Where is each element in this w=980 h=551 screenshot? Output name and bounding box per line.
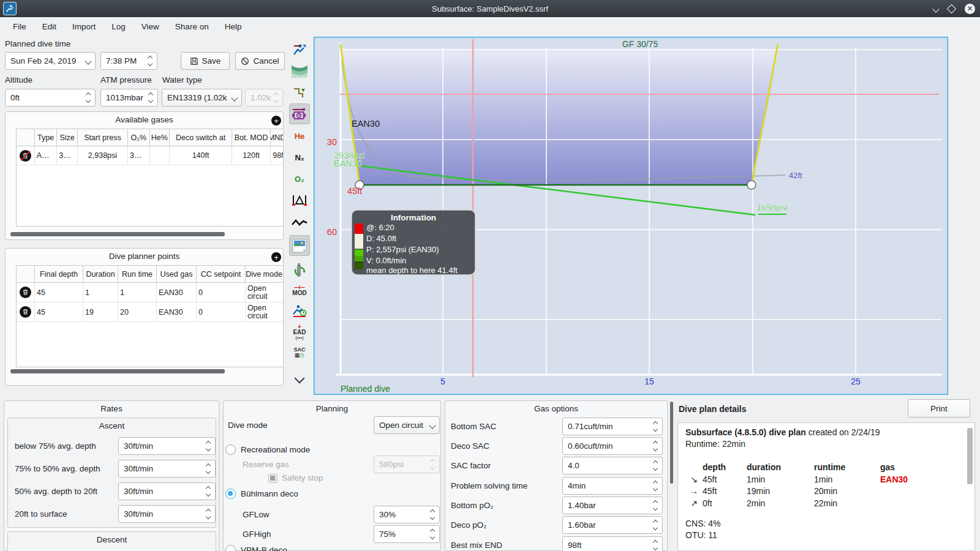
heart-rate-icon[interactable]: [289, 212, 310, 233]
recreational-mode-radio[interactable]: [225, 444, 236, 455]
cell-run-time[interactable]: 1: [118, 283, 157, 302]
cell-bot-mod[interactable]: 120ft: [232, 146, 271, 165]
cell-duration[interactable]: 1: [83, 283, 118, 302]
table-row[interactable]: A… 3… 2,938psi 3… 140ft 120ft 98ft: [17, 146, 283, 165]
col-o2[interactable]: O₂%: [128, 129, 150, 146]
profile-handle[interactable]: [747, 181, 756, 189]
cell-final-depth[interactable]: 45: [35, 302, 83, 321]
calculated-ceiling-icon[interactable]: [289, 61, 310, 81]
spinner-arrows-icon[interactable]: [651, 461, 660, 470]
save-button[interactable]: Save: [181, 52, 230, 70]
horizontal-scrollbar[interactable]: [10, 369, 225, 373]
oxygen-graph-icon[interactable]: O₂: [289, 168, 310, 189]
collapse-icon[interactable]: [289, 370, 310, 386]
cell-size[interactable]: 3…: [57, 146, 78, 165]
col-used-gas[interactable]: Used gas: [157, 266, 197, 282]
bottom-po2-spinbox[interactable]: 1.40bar: [562, 497, 663, 514]
menu-view[interactable]: View: [134, 20, 167, 34]
bottom-sac-spinbox[interactable]: 0.71cuft/min: [562, 418, 663, 435]
water-type-combobox[interactable]: EN13319 (1.02k: [162, 89, 242, 107]
buhlmann-deco-radio[interactable]: [225, 489, 236, 499]
cell-used-gas[interactable]: EAN30: [157, 302, 197, 321]
spinner-arrows-icon[interactable]: [204, 464, 213, 473]
spinner-arrows-icon[interactable]: [651, 520, 660, 530]
col-run-time[interactable]: Run time: [118, 266, 157, 282]
vpmb-deco-radio[interactable]: [225, 545, 236, 551]
spinner-arrows-icon[interactable]: [204, 487, 213, 496]
spinner-arrows-icon[interactable]: [146, 56, 154, 66]
ascent-rate-2-spinbox[interactable]: 30ft/min: [118, 460, 216, 478]
dive-mode-combobox[interactable]: Open circuit: [374, 416, 440, 434]
menu-import[interactable]: Import: [64, 20, 104, 34]
spinner-arrows-icon[interactable]: [651, 541, 660, 550]
col-size[interactable]: Size: [57, 129, 78, 146]
col-cc-setpoint[interactable]: CC setpoint: [197, 266, 246, 282]
delete-point-icon[interactable]: [20, 287, 31, 298]
add-point-button[interactable]: +: [271, 252, 281, 262]
row-header-cell[interactable]: [17, 146, 35, 165]
deco-po2-spinbox[interactable]: 1.60bar: [562, 516, 663, 534]
dive-plan-notes[interactable]: Subsurface (4.8.5.0) dive plan created o…: [677, 422, 975, 551]
col-mnd[interactable]: MND: [271, 129, 283, 146]
dive-time-spinbox[interactable]: 7:38 PM: [100, 52, 157, 70]
row-header-cell[interactable]: [17, 302, 35, 321]
print-button[interactable]: Print: [908, 399, 970, 418]
horizontal-scrollbar[interactable]: [10, 232, 225, 236]
delete-gas-disabled-icon[interactable]: [20, 150, 31, 162]
ascent-rate-4-spinbox[interactable]: 30ft/min: [118, 505, 216, 523]
col-start-press[interactable]: Start press: [78, 129, 128, 146]
deco-sac-spinbox[interactable]: 0.60cuft/min: [562, 437, 663, 455]
col-type[interactable]: Type: [35, 129, 58, 146]
spinner-arrows-icon[interactable]: [204, 509, 213, 519]
col-duration[interactable]: Duration: [83, 266, 118, 282]
col-dive-mode[interactable]: Dive mode: [246, 266, 282, 282]
sac-factor-spinbox[interactable]: 4.0: [562, 457, 663, 474]
gfhigh-spinbox[interactable]: 75%: [374, 525, 440, 543]
ruler-icon[interactable]: [289, 190, 310, 211]
col-deco-switch[interactable]: Deco switch at: [170, 129, 232, 146]
cell-mnd[interactable]: 98ft: [271, 146, 283, 165]
dc-reported-icon[interactable]: [289, 103, 310, 124]
planned-dive-tab[interactable]: Planned dive: [341, 384, 390, 394]
dive-profile-chart[interactable]: GF 30/75 EAN30 30 60 2938psi EAN30 45ft …: [314, 37, 948, 395]
altitude-spinbox[interactable]: 0ft: [5, 89, 96, 107]
menu-log[interactable]: Log: [104, 20, 134, 34]
spinner-arrows-icon[interactable]: [651, 501, 660, 510]
gflow-spinbox[interactable]: 30%: [374, 506, 440, 523]
cell-start-press[interactable]: 2,938psi: [78, 146, 128, 165]
spinner-arrows-icon[interactable]: [651, 441, 660, 451]
minimize-icon[interactable]: [933, 4, 938, 13]
cell-dive-mode[interactable]: Open circuit: [246, 302, 282, 321]
table-row[interactable]: 45 1 1 EAN30 0 Open circuit: [17, 283, 283, 302]
titlebar[interactable]: Subsurface: SampleDivesV2.ssrf ✕: [0, 0, 980, 17]
table-row[interactable]: 45 19 20 EAN30 0 Open circuit: [17, 302, 283, 322]
mod-icon[interactable]: ‒+‒ MOD: [289, 280, 310, 301]
spinner-arrows-icon[interactable]: [428, 510, 437, 519]
spinner-arrows-icon[interactable]: [204, 441, 213, 451]
photos-icon[interactable]: [289, 235, 310, 256]
cancel-button[interactable]: Cancel: [235, 52, 285, 70]
cell-cc-setpoint[interactable]: 0: [197, 283, 246, 302]
spinner-arrows-icon[interactable]: [146, 93, 155, 102]
row-header-cell[interactable]: [17, 283, 35, 302]
edited-profile-icon[interactable]: [289, 82, 310, 103]
spinner-arrows-icon[interactable]: [651, 422, 660, 431]
menu-share-on[interactable]: Share on: [167, 20, 217, 34]
vertical-scrollbar[interactable]: [670, 402, 673, 484]
col-final-depth[interactable]: Final depth: [35, 266, 83, 282]
spinner-arrows-icon[interactable]: [651, 481, 660, 490]
sac-icon[interactable]: SAC ▦◷: [289, 342, 310, 363]
cell-o2[interactable]: 3…: [128, 146, 150, 165]
helium-graph-icon[interactable]: He: [289, 126, 310, 146]
atm-pressure-spinbox[interactable]: 1013mbar: [100, 89, 158, 107]
cell-run-time[interactable]: 20: [118, 302, 157, 321]
cell-used-gas[interactable]: EAN30: [157, 283, 197, 302]
cell-cc-setpoint[interactable]: 0: [197, 302, 246, 321]
ndl-tts-icon[interactable]: [289, 301, 310, 321]
notes-vertical-scrollbar[interactable]: [967, 428, 973, 484]
cell-deco-switch[interactable]: 140ft: [170, 146, 232, 165]
menu-file[interactable]: File: [5, 20, 34, 34]
menu-help[interactable]: Help: [217, 20, 250, 34]
information-tooltip[interactable]: Information @: 6:20 D: 45.0ft P: 2,557ps…: [352, 210, 475, 275]
cell-dive-mode[interactable]: Open circuit: [246, 283, 282, 302]
